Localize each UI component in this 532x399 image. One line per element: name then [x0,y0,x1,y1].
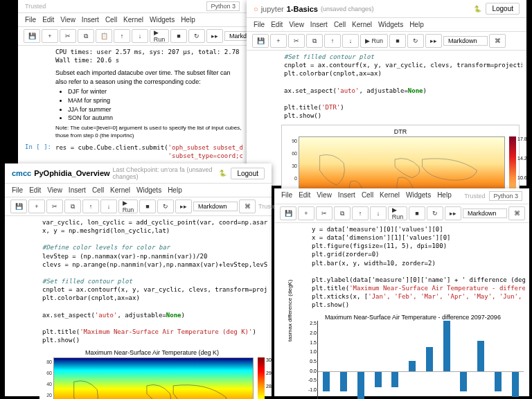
menu-view[interactable]: View [317,191,332,201]
menu-view[interactable]: View [289,21,304,28]
copy-icon[interactable]: ⧉ [334,206,351,220]
run-button[interactable]: ▶ Run [150,29,169,43]
run-button[interactable]: ▶ Run [388,206,407,220]
menu-kernel[interactable]: Kernel [110,186,130,194]
menubar: FileEditViewInsertCellKernelWidgetsHelp [18,13,247,27]
restart-icon[interactable]: ↻ [157,200,174,213]
stop-icon[interactable]: ■ [139,200,156,213]
stop-icon[interactable]: ■ [409,206,425,220]
trusted-label: Trusted [25,3,46,10]
copy-icon[interactable]: ⧉ [64,200,81,213]
menu-widgets[interactable]: Widgets [136,186,161,194]
world-map [53,357,254,399]
up-icon[interactable]: ↑ [352,206,369,220]
menu-file[interactable]: File [281,191,292,201]
menu-cell[interactable]: Cell [105,16,117,24]
save-icon[interactable]: 💾 [10,200,27,213]
menu-edit[interactable]: Edit [29,186,41,194]
menu-file[interactable]: File [25,16,36,24]
restart-icon[interactable]: ↻ [427,206,443,220]
menu-view[interactable]: View [47,186,62,194]
fastfwd-icon[interactable]: ▸▸ [206,29,223,43]
menu-widgets[interactable]: Widgets [378,21,403,28]
toolbar: 💾 + ✂ ⧉ ↑ ↓ ▶ Run ■ ↻ ▸▸ Markdown ⌘ [274,204,529,223]
logout-button[interactable]: Logout [486,3,520,15]
restart-icon[interactable]: ↻ [188,29,205,43]
barchart-output: Maximum Near-Surface Air Temperature - d… [302,314,524,399]
down-icon[interactable]: ↓ [342,34,359,48]
ff-icon[interactable]: ▸▸ [175,200,192,213]
menu-edit[interactable]: Edit [42,16,54,24]
stop-icon[interactable]: ■ [389,34,406,48]
notebook-bottom-right: FileEditViewInsertCellKernelWidgetsHelp … [274,188,529,396]
menu-cell[interactable]: Cell [334,21,346,28]
cmd-icon[interactable]: ⌘ [239,200,256,213]
menu-kernel[interactable]: Kernel [123,16,143,24]
menu-widgets[interactable]: Widgets [406,191,431,201]
up-icon[interactable]: ↑ [324,34,341,48]
add-icon[interactable]: + [28,200,45,213]
save-icon[interactable]: 💾 [24,29,40,43]
copy-icon[interactable]: ⧉ [306,34,323,48]
menu-kernel[interactable]: Kernel [352,21,372,28]
y-axis-label: tasmax difference (degK) [287,280,293,342]
add-cell-icon[interactable]: + [42,29,58,43]
logout-button[interactable]: Logout [231,168,265,179]
restart-icon[interactable]: ↻ [407,34,424,48]
celltype-dropdown[interactable]: Markdown [463,209,507,218]
menu-help[interactable]: Help [409,21,424,28]
code-cell[interactable]: y = data['measure'][0]['values'][0] x = … [312,225,525,309]
celltype-dropdown[interactable]: Markdown [443,36,488,46]
menu-edit[interactable]: Edit [271,21,283,28]
down-icon[interactable]: ↓ [370,206,387,220]
menubar: FileEditViewInsertCellKernelWidgetsHelp [247,18,526,32]
menu-cell[interactable]: Cell [92,186,104,194]
add-icon[interactable]: + [270,34,287,48]
cut-icon[interactable]: ✂ [46,200,63,213]
menu-help[interactable]: Help [437,191,452,201]
menu-view[interactable]: View [60,16,76,24]
menu-help[interactable]: Help [168,186,182,194]
menu-insert[interactable]: Insert [338,191,355,201]
menu-insert[interactable]: Insert [69,186,86,194]
kernel-label[interactable]: Python 3 [206,1,240,11]
toolbar: 💾 + ✂ ⧉ ↑ ↓ ▶ Run ■ ↻ ▸▸ Markdown ⌘ [247,32,526,51]
down-icon[interactable]: ↓ [100,200,117,213]
python-icon: 🐍 [474,6,481,12]
cut-icon[interactable]: ✂ [60,29,76,43]
cut-icon[interactable]: ✂ [288,34,305,48]
copy-icon[interactable]: ⧉ [78,29,94,43]
menu-file[interactable]: File [12,186,23,194]
stop-icon[interactable]: ■ [170,29,187,43]
save-icon[interactable]: 💾 [280,206,296,220]
code-cell[interactable]: #Set filled contour plot cnplot = ax.con… [284,53,522,120]
cmd-icon[interactable]: ⌘ [489,34,506,48]
code-cell[interactable]: res = cube.Cube.client.submit('oph_subse… [55,143,242,160]
ff-icon[interactable]: ▸▸ [425,34,442,48]
menu-file[interactable]: File [254,21,265,28]
run-button[interactable]: ▶ Run [360,34,388,48]
ff-icon[interactable]: ▸▸ [445,206,461,220]
add-icon[interactable]: + [298,206,314,220]
notebook-bottom-left: cmcc PyOphidia_Overview Last Checkpoint:… [5,163,272,396]
menu-insert[interactable]: Insert [82,16,99,24]
run-button[interactable]: ▶ Run [118,200,138,213]
paste-icon[interactable]: 📋 [96,29,112,43]
cut-icon[interactable]: ✂ [316,206,332,220]
in-prompt: In [ ]: [22,143,55,160]
menu-help[interactable]: Help [181,16,195,24]
cmd-icon[interactable]: ⌘ [508,206,525,220]
celltype-dropdown[interactable]: Markdown [193,202,238,211]
toolbar: 💾 + ✂ ⧉ ↑ ↓ ▶ Run ■ ↻ ▸▸ Markdown ⌘ Trus… [5,197,272,216]
code-cell[interactable]: var_cyclic, lon_cyclic = add_cyclic_poin… [42,218,267,344]
menu-cell[interactable]: Cell [362,191,373,201]
save-icon[interactable]: 💾 [252,34,269,48]
up-icon[interactable]: ↑ [114,29,130,43]
down-icon[interactable]: ↓ [132,29,148,43]
jupyter-logo: ○jupyter 1-Basics (unsaved changes) [254,5,374,13]
up-icon[interactable]: ↑ [82,200,99,213]
menu-kernel[interactable]: Kernel [380,191,400,201]
menu-insert[interactable]: Insert [310,21,328,28]
menu-edit[interactable]: Edit [299,191,310,201]
menu-widgets[interactable]: Widgets [150,16,175,24]
